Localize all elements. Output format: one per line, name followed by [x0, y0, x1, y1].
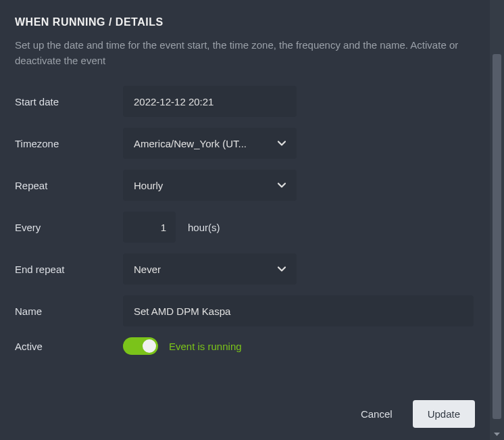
name-label: Name [15, 305, 123, 317]
active-toggle[interactable] [123, 337, 158, 355]
cancel-button[interactable]: Cancel [357, 403, 397, 425]
repeat-select-wrap: Hourly [123, 170, 297, 201]
every-input[interactable] [123, 212, 176, 243]
row-name: Name [15, 295, 475, 326]
every-label: Every [15, 222, 123, 233]
timezone-label: Timezone [15, 138, 123, 149]
row-every: Every hour(s) [15, 212, 475, 243]
timezone-select[interactable]: America/New_York (UT... [123, 128, 297, 159]
scrollbar-thumb[interactable] [493, 54, 501, 419]
scrollbar-track[interactable] [490, 0, 504, 440]
active-status-text: Event is running [169, 341, 242, 352]
active-label: Active [15, 341, 123, 352]
start-date-label: Start date [15, 96, 123, 107]
row-repeat: Repeat Hourly [15, 170, 475, 201]
end-repeat-select[interactable]: Never [123, 253, 297, 285]
row-timezone: Timezone America/New_York (UT... [15, 128, 475, 159]
active-toggle-row: Event is running [123, 337, 242, 355]
row-active: Active Event is running [15, 337, 475, 355]
every-suffix: hour(s) [188, 222, 220, 233]
when-running-details-panel: WHEN RUNNING / DETAILS Set up the date a… [0, 0, 490, 440]
scrollbar-down-arrow-icon[interactable] [493, 430, 501, 439]
section-description: Set up the date and time for the event s… [15, 38, 475, 68]
repeat-select[interactable]: Hourly [123, 170, 297, 201]
toggle-knob [143, 339, 156, 353]
end-repeat-label: End repeat [15, 264, 123, 275]
name-input[interactable] [123, 295, 474, 326]
start-date-input[interactable] [123, 86, 297, 117]
repeat-label: Repeat [15, 180, 123, 191]
end-repeat-select-wrap: Never [123, 253, 297, 285]
row-end-repeat: End repeat Never [15, 253, 475, 285]
timezone-select-wrap: America/New_York (UT... [123, 128, 297, 159]
actions-bar: Cancel Update [357, 400, 475, 428]
update-button[interactable]: Update [413, 400, 475, 428]
row-start-date: Start date [15, 86, 475, 117]
section-title: WHEN RUNNING / DETAILS [15, 16, 475, 28]
